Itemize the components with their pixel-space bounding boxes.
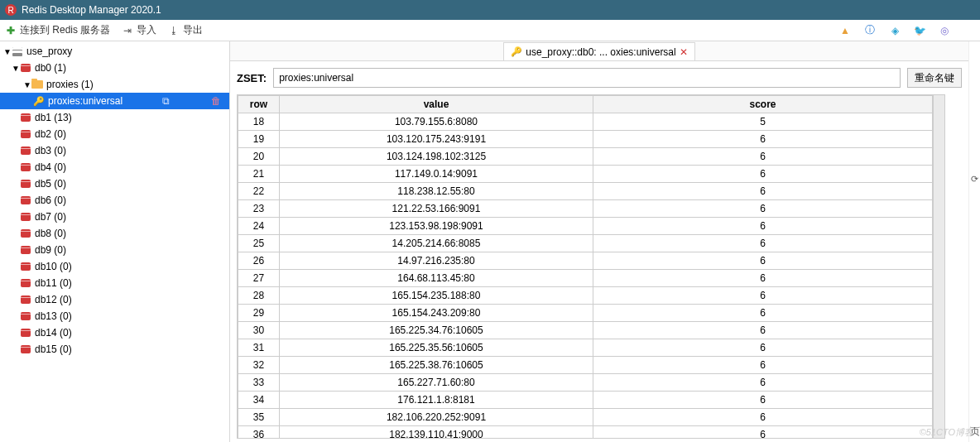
main-area: ▼ use_proxy ▼ db0 (1) ▼ proxies (1) 🔑 pr…	[0, 41, 980, 442]
cell-row: 34	[238, 392, 280, 409]
tree-db[interactable]: db10 (0)	[0, 258, 229, 275]
table-row[interactable]: 34176.121.1.8:81816	[238, 392, 933, 409]
tree-db[interactable]: db3 (0)	[0, 142, 229, 159]
cell-score: 6	[593, 426, 933, 440]
tree-db-label: db4 (0)	[35, 161, 70, 173]
table-row[interactable]: 33165.227.71.60:806	[238, 374, 933, 392]
values-table: row value score 18103.79.155.6:808051910…	[238, 95, 933, 439]
table-row[interactable]: 36182.139.110.41:90006	[238, 426, 933, 440]
tree-db[interactable]: db7 (0)	[0, 209, 229, 225]
tree-db0[interactable]: ▼ db0 (1)	[0, 60, 229, 76]
table-row[interactable]: 20103.124.198.102:31256	[238, 148, 933, 166]
tab-key[interactable]: 🔑 use_proxy::db0: ... oxies:universal ✕	[503, 42, 694, 60]
table-row[interactable]: 19103.120.175.243:91916	[238, 131, 933, 148]
tree-db[interactable]: db9 (0)	[0, 242, 229, 258]
tree-db[interactable]: db5 (0)	[0, 175, 229, 192]
close-icon[interactable]: ✕	[680, 46, 688, 58]
tree-db-label: db1 (13)	[35, 112, 75, 123]
cell-row: 23	[238, 200, 280, 218]
cell-score: 6	[593, 409, 933, 426]
cell-row: 36	[238, 426, 280, 440]
cell-row: 31	[238, 339, 280, 357]
cell-score: 6	[593, 166, 933, 183]
database-icon	[20, 178, 31, 190]
table-row[interactable]: 24123.153.98.198:90916	[238, 218, 933, 235]
star-icon[interactable]: ◎	[939, 25, 950, 36]
plus-icon: ✚	[5, 25, 17, 36]
table-row[interactable]: 21117.149.0.14:90916	[238, 166, 933, 183]
cell-row: 24	[238, 218, 280, 235]
tree-db-label: db12 (0)	[35, 294, 75, 305]
cell-value: 182.139.110.41:9000	[280, 426, 593, 440]
import-label: 导入	[137, 23, 156, 37]
cell-row: 30	[238, 322, 280, 339]
twitter-icon[interactable]: 🐦	[914, 25, 925, 36]
toolbar-right: ▲ ⓘ ◈ 🐦 ◎	[839, 25, 975, 36]
cell-value: 165.154.235.188:80	[280, 287, 593, 305]
tree-db[interactable]: db11 (0)	[0, 275, 229, 291]
tree-db[interactable]: db1 (13)	[0, 109, 229, 126]
tree-db[interactable]: db14 (0)	[0, 324, 229, 341]
database-icon	[20, 294, 31, 305]
cell-row: 20	[238, 148, 280, 166]
cell-row: 22	[238, 183, 280, 200]
database-icon	[20, 161, 31, 173]
table-row[interactable]: 35182.106.220.252:90916	[238, 409, 933, 426]
info-icon[interactable]: ⓘ	[864, 25, 876, 36]
tree-db-label: db15 (0)	[35, 344, 75, 355]
table-row[interactable]: 28165.154.235.188:806	[238, 287, 933, 305]
table-row[interactable]: 22118.238.12.55:806	[238, 183, 933, 200]
table-row[interactable]: 32165.225.38.76:106056	[238, 357, 933, 374]
tree-db[interactable]: db2 (0)	[0, 126, 229, 142]
table-row[interactable]: 27164.68.113.45:806	[238, 270, 933, 287]
copy-icon[interactable]: ⧉	[162, 95, 170, 107]
rename-button[interactable]: 重命名键	[907, 68, 962, 88]
key-name-input[interactable]	[273, 68, 901, 88]
tree-db[interactable]: db6 (0)	[0, 192, 229, 209]
connect-label: 连接到 Redis 服务器	[20, 23, 110, 37]
table-scrollbar[interactable]	[934, 94, 945, 439]
database-icon	[20, 195, 31, 206]
table-row[interactable]: 2514.205.214.66:80856	[238, 235, 933, 252]
warning-icon[interactable]: ▲	[839, 25, 851, 36]
tree-db[interactable]: db15 (0)	[0, 341, 229, 358]
col-score[interactable]: score	[593, 96, 933, 113]
telegram-icon[interactable]: ◈	[889, 25, 901, 36]
tree-db-label: db11 (0)	[35, 277, 75, 289]
table-row[interactable]: 23121.22.53.166:90916	[238, 200, 933, 218]
tree-db-label: db8 (0)	[35, 228, 70, 239]
cell-value: 165.154.243.209:80	[280, 305, 593, 322]
cell-score: 6	[593, 287, 933, 305]
delete-icon[interactable]: 🗑	[211, 95, 221, 107]
tree-folder-proxies[interactable]: ▼ proxies (1)	[0, 76, 229, 93]
tree-db[interactable]: db13 (0)	[0, 308, 229, 324]
folder-icon	[31, 79, 43, 90]
table-row[interactable]: 29165.154.243.209:806	[238, 305, 933, 322]
table-row[interactable]: 2614.97.216.235:806	[238, 252, 933, 270]
cell-row: 19	[238, 131, 280, 148]
tree-server[interactable]: ▼ use_proxy	[0, 43, 229, 60]
col-value[interactable]: value	[280, 96, 593, 113]
tree-db[interactable]: db8 (0)	[0, 225, 229, 242]
cell-value: 123.153.98.198:9091	[280, 218, 593, 235]
cell-value: 164.68.113.45:80	[280, 270, 593, 287]
cell-value: 165.225.34.76:10605	[280, 322, 593, 339]
tree-key-selected[interactable]: 🔑 proxies:universal ⧉ 🗑	[0, 93, 229, 109]
cell-score: 6	[593, 200, 933, 218]
connect-button[interactable]: ✚ 连接到 Redis 服务器	[5, 23, 110, 37]
cell-row: 25	[238, 235, 280, 252]
import-button[interactable]: ⇥ 导入	[122, 23, 156, 37]
table-row[interactable]: 30165.225.34.76:106056	[238, 322, 933, 339]
table-row[interactable]: 31165.225.35.56:106056	[238, 339, 933, 357]
table-wrap: row value score 18103.79.155.6:808051910…	[230, 94, 968, 442]
tree-db-label: db14 (0)	[35, 327, 75, 339]
tree-db[interactable]: db4 (0)	[0, 159, 229, 175]
tree-db[interactable]: db12 (0)	[0, 291, 229, 308]
database-icon	[20, 344, 31, 355]
col-row[interactable]: row	[238, 96, 280, 113]
export-button[interactable]: ⭳ 导出	[168, 23, 203, 37]
table-scroll[interactable]: row value score 18103.79.155.6:808051910…	[237, 94, 934, 439]
table-row[interactable]: 18103.79.155.6:80805	[238, 113, 933, 131]
cell-score: 6	[593, 183, 933, 200]
right-rail-icon[interactable]: ⟳	[971, 174, 978, 185]
